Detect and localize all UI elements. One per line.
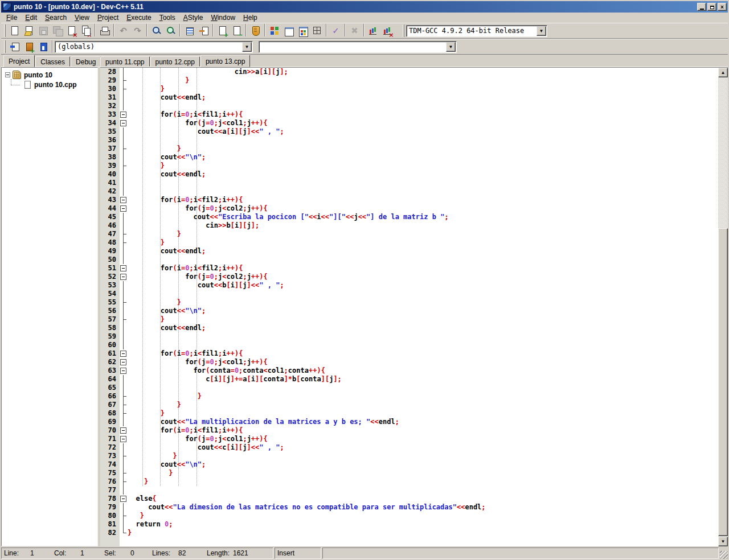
gutter-line-number[interactable]: 52 <box>100 273 120 281</box>
tree-collapse-icon[interactable] <box>5 72 10 77</box>
gutter-line-number[interactable]: 64 <box>100 375 120 384</box>
code-line[interactable]: 79 cout<<"La dimesion de las matrices no… <box>100 503 718 512</box>
fold-toggle[interactable] <box>120 110 128 119</box>
code-line[interactable]: 62 for(j=0;j<col1;j++){ <box>100 358 718 367</box>
menu-help[interactable]: Help <box>239 13 261 22</box>
gutter-line-number[interactable]: 77 <box>100 486 120 495</box>
code-area[interactable]: 28 cin>>a[i][j];29 }30 }31 cout<<endl;32… <box>100 68 718 546</box>
code-line[interactable]: 46 cin>>b[i][j]; <box>100 221 718 230</box>
code-line[interactable]: 39 } <box>100 162 718 170</box>
gutter-line-number[interactable]: 53 <box>100 281 120 290</box>
tree-item-file[interactable]: punto 10.cpp <box>2 80 97 89</box>
fold-toggle[interactable] <box>120 264 128 273</box>
gutter-line-number[interactable]: 66 <box>100 392 120 401</box>
code-line[interactable]: 52 for(j=0;j<col2;j++){ <box>100 273 718 281</box>
code-line[interactable]: 72 cout<<c[i][j]<<" , "; <box>100 443 718 452</box>
toolbar-gripper[interactable] <box>4 24 6 37</box>
code-line[interactable]: 64 c[i][j]+=a[i][conta]*b[conta][j]; <box>100 375 718 384</box>
menu-edit[interactable]: Edit <box>21 13 41 22</box>
gutter-line-number[interactable]: 49 <box>100 247 120 256</box>
gutter-line-number[interactable]: 81 <box>100 520 120 529</box>
gutter-line-number[interactable]: 28 <box>100 68 120 76</box>
code-line[interactable]: 78 else{ <box>100 495 718 503</box>
gutter-line-number[interactable]: 74 <box>100 460 120 469</box>
gutter-line-number[interactable]: 67 <box>100 401 120 409</box>
doorway-arrow-button[interactable] <box>7 40 22 54</box>
delete-profiling-button[interactable]: × <box>380 24 395 38</box>
gutter-line-number[interactable]: 80 <box>100 512 120 520</box>
minimize-button[interactable] <box>697 3 706 11</box>
code-line[interactable]: 41 <box>100 179 718 187</box>
members-select[interactable]: ▼ <box>259 41 457 53</box>
goto-function-button[interactable] <box>196 24 211 38</box>
code-line[interactable]: 55 } <box>100 298 718 307</box>
globals-select[interactable]: (globals) ▼ <box>55 41 253 53</box>
scrollbar-thumb[interactable] <box>718 228 728 536</box>
gutter-line-number[interactable]: 51 <box>100 264 120 273</box>
fold-toggle[interactable] <box>120 204 128 213</box>
open-file-button[interactable] <box>22 24 36 38</box>
editor-tab-punto-12-cpp[interactable]: punto 12.cpp <box>150 56 200 67</box>
code-line[interactable]: 51 for(i=0;i<fil2;i++){ <box>100 264 718 273</box>
code-line[interactable]: 29 } <box>100 76 718 85</box>
code-line[interactable]: 33 for(i=0;i<fil1;i++){ <box>100 110 718 119</box>
code-line[interactable]: 53 cout<<b[i][j]<<" , "; <box>100 281 718 290</box>
gutter-line-number[interactable]: 68 <box>100 409 120 418</box>
code-line[interactable]: 56 cout<<"\n"; <box>100 307 718 315</box>
code-line[interactable]: 45 cout<<"Escriba la pocicon ["<<i<<"]["… <box>100 213 718 221</box>
fold-toggle[interactable] <box>120 119 128 127</box>
code-line[interactable]: 77 <box>100 486 718 495</box>
restore-button[interactable] <box>707 3 716 11</box>
project-properties-button[interactable] <box>248 24 263 38</box>
gutter-line-number[interactable]: 45 <box>100 213 120 221</box>
gutter-line-number[interactable]: 72 <box>100 443 120 452</box>
replace-button[interactable] <box>163 24 178 38</box>
save-all-button[interactable] <box>50 24 64 38</box>
code-line[interactable]: 34 for(j=0;j<col1;j++){ <box>100 119 718 127</box>
gutter-line-number[interactable]: 41 <box>100 179 120 187</box>
gutter-line-number[interactable]: 44 <box>100 204 120 213</box>
gutter-line-number[interactable]: 76 <box>100 477 120 486</box>
save-button[interactable] <box>36 24 50 38</box>
gutter-line-number[interactable]: 48 <box>100 238 120 247</box>
gutter-line-number[interactable]: 65 <box>100 384 120 392</box>
code-line[interactable]: 70 for(i=0;i<fil1;i++){ <box>100 426 718 435</box>
editor-tab-punto-11-cpp[interactable]: punto 11.cpp <box>100 56 150 67</box>
gutter-line-number[interactable]: 78 <box>100 495 120 503</box>
code-line[interactable]: 67 } <box>100 401 718 409</box>
compiler-select-arrow[interactable]: ▼ <box>536 26 546 36</box>
code-line[interactable]: 74 cout<<"\n"; <box>100 460 718 469</box>
code-line[interactable]: 42 <box>100 187 718 196</box>
code-line[interactable]: 40 cout<<endl; <box>100 170 718 179</box>
tab-classes[interactable]: Classes <box>35 56 70 67</box>
gutter-line-number[interactable]: 73 <box>100 452 120 460</box>
menu-project[interactable]: Project <box>93 13 122 22</box>
code-line[interactable]: 49 cout<<endl; <box>100 247 718 256</box>
gutter-line-number[interactable]: 50 <box>100 256 120 264</box>
code-line[interactable]: 31 cout<<endl; <box>100 93 718 102</box>
code-line[interactable]: 43 for(i=0;i<fil2;i++){ <box>100 196 718 204</box>
gutter-line-number[interactable]: 47 <box>100 230 120 238</box>
compiler-select[interactable]: TDM-GCC 4.9.2 64-bit Release ▼ <box>406 25 547 37</box>
gutter-line-number[interactable]: 33 <box>100 110 120 119</box>
fold-toggle[interactable] <box>120 196 128 204</box>
syntax-check-button[interactable]: ✓ <box>329 24 343 38</box>
code-line[interactable]: 48 } <box>100 238 718 247</box>
menu-search[interactable]: Search <box>41 13 71 22</box>
toolbar-gripper[interactable] <box>403 24 404 37</box>
members-select-arrow[interactable]: ▼ <box>446 42 456 52</box>
code-line[interactable]: 66 } <box>100 392 718 401</box>
menu-execute[interactable]: Execute <box>122 13 155 22</box>
gutter-line-number[interactable]: 55 <box>100 298 120 307</box>
toolbar-gripper[interactable] <box>4 40 6 53</box>
code-line[interactable]: 81 return 0; <box>100 520 718 529</box>
fold-toggle[interactable] <box>120 367 128 375</box>
gutter-line-number[interactable]: 56 <box>100 307 120 315</box>
gutter-line-number[interactable]: 75 <box>100 469 120 477</box>
code-line[interactable]: 69 cout<<"La multiplicacion de la matric… <box>100 418 718 426</box>
code-line[interactable]: 71 for(j=0;j<col1;j++){ <box>100 435 718 443</box>
fold-toggle[interactable] <box>120 273 128 281</box>
gutter-line-number[interactable]: 35 <box>100 127 120 136</box>
code-line[interactable]: 36 <box>100 136 718 145</box>
gutter-line-number[interactable]: 34 <box>100 119 120 127</box>
